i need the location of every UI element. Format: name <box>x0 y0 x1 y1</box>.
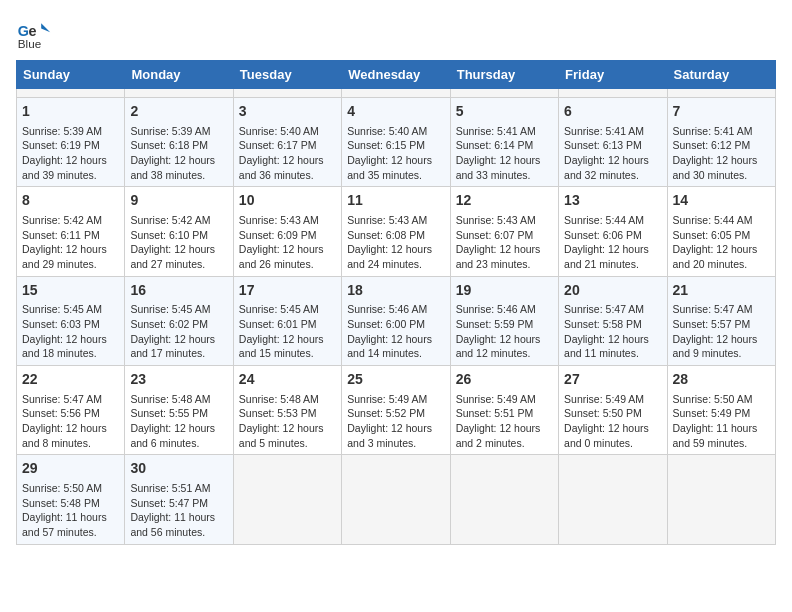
day-number: 26 <box>456 370 553 390</box>
day-number: 6 <box>564 102 661 122</box>
day-info: Sunrise: 5:50 AMSunset: 5:49 PMDaylight:… <box>673 393 758 449</box>
day-info: Sunrise: 5:49 AMSunset: 5:52 PMDaylight:… <box>347 393 432 449</box>
calendar-cell: 3Sunrise: 5:40 AMSunset: 6:17 PMDaylight… <box>233 98 341 187</box>
day-number: 12 <box>456 191 553 211</box>
day-number: 22 <box>22 370 119 390</box>
calendar-cell: 26Sunrise: 5:49 AMSunset: 5:51 PMDayligh… <box>450 366 558 455</box>
day-number: 14 <box>673 191 770 211</box>
calendar-cell <box>125 89 233 98</box>
calendar-cell: 8Sunrise: 5:42 AMSunset: 6:11 PMDaylight… <box>17 187 125 276</box>
weekday-header: Monday <box>125 61 233 89</box>
calendar-cell: 9Sunrise: 5:42 AMSunset: 6:10 PMDaylight… <box>125 187 233 276</box>
day-number: 7 <box>673 102 770 122</box>
day-info: Sunrise: 5:41 AMSunset: 6:12 PMDaylight:… <box>673 125 758 181</box>
day-number: 28 <box>673 370 770 390</box>
calendar-cell: 16Sunrise: 5:45 AMSunset: 6:02 PMDayligh… <box>125 276 233 365</box>
day-info: Sunrise: 5:46 AMSunset: 5:59 PMDaylight:… <box>456 303 541 359</box>
svg-text:Blue: Blue <box>18 37 41 50</box>
day-info: Sunrise: 5:51 AMSunset: 5:47 PMDaylight:… <box>130 482 215 538</box>
weekday-header: Friday <box>559 61 667 89</box>
day-info: Sunrise: 5:45 AMSunset: 6:01 PMDaylight:… <box>239 303 324 359</box>
day-info: Sunrise: 5:50 AMSunset: 5:48 PMDaylight:… <box>22 482 107 538</box>
day-number: 16 <box>130 281 227 301</box>
calendar-cell: 17Sunrise: 5:45 AMSunset: 6:01 PMDayligh… <box>233 276 341 365</box>
day-number: 23 <box>130 370 227 390</box>
day-number: 21 <box>673 281 770 301</box>
calendar-cell <box>667 89 775 98</box>
day-info: Sunrise: 5:41 AMSunset: 6:14 PMDaylight:… <box>456 125 541 181</box>
day-info: Sunrise: 5:43 AMSunset: 6:09 PMDaylight:… <box>239 214 324 270</box>
weekday-header: Wednesday <box>342 61 450 89</box>
calendar-cell <box>450 89 558 98</box>
calendar-cell: 29Sunrise: 5:50 AMSunset: 5:48 PMDayligh… <box>17 455 125 544</box>
day-info: Sunrise: 5:40 AMSunset: 6:17 PMDaylight:… <box>239 125 324 181</box>
calendar-cell: 7Sunrise: 5:41 AMSunset: 6:12 PMDaylight… <box>667 98 775 187</box>
calendar-cell <box>450 455 558 544</box>
day-number: 4 <box>347 102 444 122</box>
day-number: 13 <box>564 191 661 211</box>
day-number: 25 <box>347 370 444 390</box>
day-number: 8 <box>22 191 119 211</box>
calendar-cell: 28Sunrise: 5:50 AMSunset: 5:49 PMDayligh… <box>667 366 775 455</box>
calendar-week-row: 29Sunrise: 5:50 AMSunset: 5:48 PMDayligh… <box>17 455 776 544</box>
calendar-cell: 11Sunrise: 5:43 AMSunset: 6:08 PMDayligh… <box>342 187 450 276</box>
calendar-cell: 25Sunrise: 5:49 AMSunset: 5:52 PMDayligh… <box>342 366 450 455</box>
day-info: Sunrise: 5:48 AMSunset: 5:53 PMDaylight:… <box>239 393 324 449</box>
day-info: Sunrise: 5:47 AMSunset: 5:56 PMDaylight:… <box>22 393 107 449</box>
day-number: 2 <box>130 102 227 122</box>
calendar-cell <box>233 89 341 98</box>
calendar-cell: 6Sunrise: 5:41 AMSunset: 6:13 PMDaylight… <box>559 98 667 187</box>
day-info: Sunrise: 5:48 AMSunset: 5:55 PMDaylight:… <box>130 393 215 449</box>
logo-icon: G e Blue <box>16 16 52 52</box>
calendar-table: SundayMondayTuesdayWednesdayThursdayFrid… <box>16 60 776 545</box>
day-number: 3 <box>239 102 336 122</box>
calendar-week-row: 8Sunrise: 5:42 AMSunset: 6:11 PMDaylight… <box>17 187 776 276</box>
calendar-cell: 20Sunrise: 5:47 AMSunset: 5:58 PMDayligh… <box>559 276 667 365</box>
calendar-cell: 1Sunrise: 5:39 AMSunset: 6:19 PMDaylight… <box>17 98 125 187</box>
day-info: Sunrise: 5:44 AMSunset: 6:06 PMDaylight:… <box>564 214 649 270</box>
calendar-cell <box>233 455 341 544</box>
calendar-cell: 21Sunrise: 5:47 AMSunset: 5:57 PMDayligh… <box>667 276 775 365</box>
day-number: 29 <box>22 459 119 479</box>
calendar-cell <box>559 89 667 98</box>
calendar-week-row: 15Sunrise: 5:45 AMSunset: 6:03 PMDayligh… <box>17 276 776 365</box>
calendar-cell <box>667 455 775 544</box>
svg-text:G: G <box>18 23 29 39</box>
calendar-cell <box>342 455 450 544</box>
day-number: 5 <box>456 102 553 122</box>
day-info: Sunrise: 5:49 AMSunset: 5:50 PMDaylight:… <box>564 393 649 449</box>
day-info: Sunrise: 5:39 AMSunset: 6:19 PMDaylight:… <box>22 125 107 181</box>
day-number: 19 <box>456 281 553 301</box>
calendar-cell: 15Sunrise: 5:45 AMSunset: 6:03 PMDayligh… <box>17 276 125 365</box>
calendar-cell: 22Sunrise: 5:47 AMSunset: 5:56 PMDayligh… <box>17 366 125 455</box>
day-info: Sunrise: 5:49 AMSunset: 5:51 PMDaylight:… <box>456 393 541 449</box>
day-info: Sunrise: 5:42 AMSunset: 6:10 PMDaylight:… <box>130 214 215 270</box>
day-number: 20 <box>564 281 661 301</box>
calendar-cell: 19Sunrise: 5:46 AMSunset: 5:59 PMDayligh… <box>450 276 558 365</box>
day-info: Sunrise: 5:39 AMSunset: 6:18 PMDaylight:… <box>130 125 215 181</box>
calendar-cell: 2Sunrise: 5:39 AMSunset: 6:18 PMDaylight… <box>125 98 233 187</box>
day-number: 10 <box>239 191 336 211</box>
day-number: 15 <box>22 281 119 301</box>
calendar-cell: 27Sunrise: 5:49 AMSunset: 5:50 PMDayligh… <box>559 366 667 455</box>
day-info: Sunrise: 5:43 AMSunset: 6:08 PMDaylight:… <box>347 214 432 270</box>
page-header: G e Blue <box>16 16 776 52</box>
calendar-cell: 24Sunrise: 5:48 AMSunset: 5:53 PMDayligh… <box>233 366 341 455</box>
calendar-cell: 14Sunrise: 5:44 AMSunset: 6:05 PMDayligh… <box>667 187 775 276</box>
day-number: 27 <box>564 370 661 390</box>
weekday-header: Saturday <box>667 61 775 89</box>
calendar-cell: 10Sunrise: 5:43 AMSunset: 6:09 PMDayligh… <box>233 187 341 276</box>
day-number: 9 <box>130 191 227 211</box>
svg-marker-3 <box>41 23 50 32</box>
day-number: 11 <box>347 191 444 211</box>
calendar-cell: 18Sunrise: 5:46 AMSunset: 6:00 PMDayligh… <box>342 276 450 365</box>
calendar-cell <box>559 455 667 544</box>
day-info: Sunrise: 5:47 AMSunset: 5:57 PMDaylight:… <box>673 303 758 359</box>
day-number: 1 <box>22 102 119 122</box>
weekday-header: Tuesday <box>233 61 341 89</box>
calendar-header-row: SundayMondayTuesdayWednesdayThursdayFrid… <box>17 61 776 89</box>
day-number: 18 <box>347 281 444 301</box>
day-number: 24 <box>239 370 336 390</box>
calendar-week-row: 1Sunrise: 5:39 AMSunset: 6:19 PMDaylight… <box>17 98 776 187</box>
calendar-cell <box>17 89 125 98</box>
